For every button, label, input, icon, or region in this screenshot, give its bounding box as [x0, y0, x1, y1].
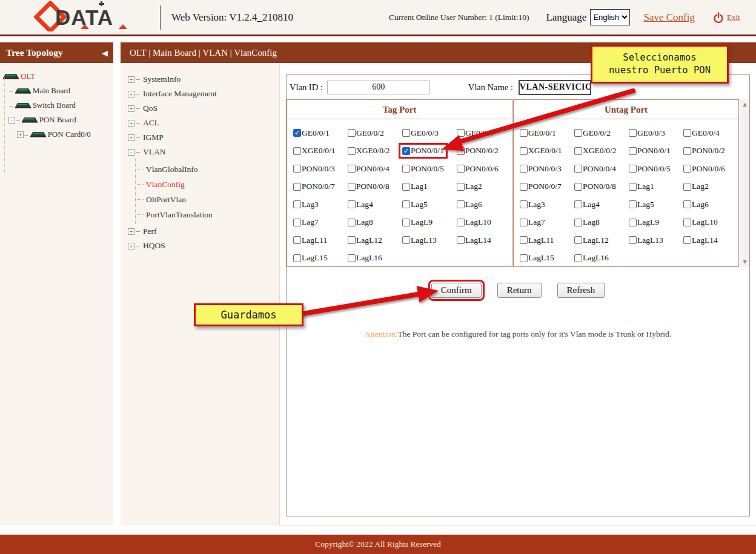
nav-expander-icon[interactable]: + [128, 243, 134, 249]
checkbox-untag-port-lagl14[interactable] [683, 236, 691, 244]
nav-item-vlanconfig[interactable]: VlanConfig [136, 177, 279, 192]
nav-item-portvlantranslation[interactable]: PortVlanTranslation [136, 207, 279, 222]
checkbox-untag-port-pon0-0-8[interactable] [574, 183, 582, 191]
checkbox-untag-port-lagl16[interactable] [574, 254, 582, 262]
checkbox-tag-port-pon0-0-8[interactable] [348, 183, 356, 191]
tree-node-pon-board[interactable]: -–PON Board [0, 113, 113, 127]
checkbox-tag-port-lag7[interactable] [293, 219, 301, 226]
nav-expander-icon[interactable]: + [128, 105, 134, 112]
checkbox-tag-port-lag4[interactable] [348, 200, 356, 208]
nav-item-perf[interactable]: +Perf [121, 224, 279, 239]
nav-item-oltportvlan[interactable]: OltPortVlan [136, 192, 279, 207]
checkbox-untag-port-pon0-0-6[interactable] [683, 165, 691, 173]
checkbox-tag-port-lagl12[interactable] [348, 236, 356, 244]
port-table-scrollbar[interactable]: ▲ ▼ [740, 99, 749, 267]
refresh-button[interactable]: Refresh [557, 283, 605, 298]
nav-item-igmp[interactable]: +IGMP [121, 130, 279, 145]
checkbox-untag-port-lagl10[interactable] [683, 219, 691, 226]
checkbox-tag-port-lag1[interactable] [402, 183, 410, 191]
nav-item-acl[interactable]: +ACL [121, 116, 279, 130]
checkbox-untag-port-pon0-0-4[interactable] [574, 165, 582, 173]
nav-item-hqos[interactable]: +HQOS [121, 239, 279, 253]
checkbox-untag-port-lagl15[interactable] [520, 254, 528, 262]
checkbox-untag-port-lag1[interactable] [629, 183, 637, 191]
checkbox-tag-port-xge0-0-1[interactable] [293, 147, 301, 155]
checkbox-tag-port-pon0-0-5[interactable] [402, 165, 410, 173]
checkbox-untag-port-lag7[interactable] [520, 219, 528, 226]
tree-expander-icon[interactable]: - [8, 117, 15, 124]
nav-expander-icon[interactable]: + [128, 91, 134, 97]
save-config-link[interactable]: Save Config [643, 12, 695, 24]
nav-item-systeminfo[interactable]: +SystemInfo [121, 72, 279, 87]
tree-node-pon-card0-0[interactable]: +–PON Card0/0 [0, 127, 113, 142]
checkbox-tag-port-lag2[interactable] [457, 183, 465, 191]
checkbox-tag-port-xge0-0-2[interactable] [348, 147, 356, 155]
checkbox-tag-port-ge0-0-3[interactable] [402, 129, 410, 137]
vlan-name-input[interactable] [519, 80, 591, 95]
nav-expander-icon[interactable]: - [128, 149, 134, 156]
checkbox-tag-port-lag3[interactable] [293, 200, 301, 208]
confirm-button[interactable]: Confirm [431, 283, 482, 298]
nav-item-qos[interactable]: +QoS [121, 101, 279, 116]
checkbox-untag-port-lag3[interactable] [520, 200, 528, 208]
checkbox-untag-port-ge0-0-4[interactable] [683, 129, 691, 137]
checkbox-untag-port-lagl9[interactable] [629, 219, 637, 226]
checkbox-untag-port-lagl12[interactable] [574, 236, 582, 244]
checkbox-tag-port-pon0-0-4[interactable] [348, 165, 356, 173]
nav-item-vlan[interactable]: -VLAN [121, 145, 279, 159]
checkbox-tag-port-ge0-0-4[interactable] [457, 129, 465, 137]
scrollbar-up-icon[interactable]: ▲ [740, 102, 749, 107]
checkbox-tag-port-lag8[interactable] [348, 219, 356, 226]
scrollbar-down-icon[interactable]: ▼ [740, 259, 749, 265]
checkbox-tag-port-lagl14[interactable] [457, 236, 465, 244]
nav-item-vlanglobalinfo[interactable]: VlanGlobalInfo [136, 162, 279, 177]
return-button[interactable]: Return [497, 283, 542, 298]
nav-expander-icon[interactable]: + [128, 134, 134, 141]
checkbox-untag-port-pon0-0-5[interactable] [629, 165, 637, 173]
tree-node-main-board[interactable]: –Main Board [0, 84, 113, 98]
checkbox-tag-port-lagl9[interactable] [402, 219, 410, 226]
checkbox-tag-port-lagl10[interactable] [457, 219, 465, 226]
checkbox-tag-port-lagl11[interactable] [293, 236, 301, 244]
vlan-id-input[interactable] [327, 81, 430, 94]
checkbox-tag-port-pon0-0-7[interactable] [293, 183, 301, 191]
exit-link[interactable]: Exit [727, 13, 740, 22]
tree-expander-icon[interactable]: + [17, 131, 24, 138]
checkbox-untag-port-xge0-0-2[interactable] [574, 147, 582, 155]
checkbox-untag-port-lag5[interactable] [629, 200, 637, 208]
checkbox-untag-port-lag8[interactable] [574, 219, 582, 226]
power-icon[interactable] [713, 12, 724, 23]
checkbox-untag-port-xge0-0-1[interactable] [520, 147, 528, 155]
checkbox-untag-port-pon0-0-1[interactable] [629, 147, 637, 155]
checkbox-untag-port-ge0-0-2[interactable] [574, 129, 582, 137]
checkbox-untag-port-lag6[interactable] [683, 200, 691, 208]
checkbox-tag-port-ge0-0-1[interactable] [293, 129, 301, 137]
checkbox-untag-port-pon0-0-3[interactable] [520, 165, 528, 173]
tree-node-olt[interactable]: OLT [0, 69, 113, 84]
tree-node-switch-board[interactable]: –Switch Board [0, 98, 113, 113]
checkbox-tag-port-lagl16[interactable] [348, 254, 356, 262]
checkbox-untag-port-pon0-0-7[interactable] [520, 183, 528, 191]
checkbox-untag-port-lag4[interactable] [574, 200, 582, 208]
checkbox-tag-port-pon0-0-6[interactable] [457, 165, 465, 173]
checkbox-untag-port-pon0-0-2[interactable] [683, 147, 691, 155]
language-select[interactable]: English [590, 9, 630, 25]
nav-expander-icon[interactable]: + [128, 120, 134, 127]
checkbox-tag-port-lagl15[interactable] [293, 254, 301, 262]
checkbox-tag-port-ge0-0-2[interactable] [348, 129, 356, 137]
checkbox-tag-port-pon0-0-3[interactable] [293, 165, 301, 173]
checkbox-untag-port-ge0-0-3[interactable] [629, 129, 637, 137]
sidebar-collapse-icon[interactable]: ◀ [102, 48, 108, 58]
checkbox-tag-port-pon0-0-2[interactable] [457, 147, 465, 155]
checkbox-tag-port-pon0-0-1[interactable] [402, 147, 410, 155]
nav-expander-icon[interactable]: + [128, 228, 134, 235]
nav-item-interface-management[interactable]: +Interface Management [121, 87, 279, 101]
checkbox-untag-port-lagl13[interactable] [629, 236, 637, 244]
nav-expander-icon[interactable]: + [128, 76, 134, 83]
checkbox-tag-port-lag5[interactable] [402, 200, 410, 208]
checkbox-untag-port-ge0-0-1[interactable] [520, 129, 528, 137]
checkbox-untag-port-lagl11[interactable] [520, 236, 528, 244]
checkbox-tag-port-lagl13[interactable] [402, 236, 410, 244]
checkbox-tag-port-lag6[interactable] [457, 200, 465, 208]
checkbox-untag-port-lag2[interactable] [683, 183, 691, 191]
